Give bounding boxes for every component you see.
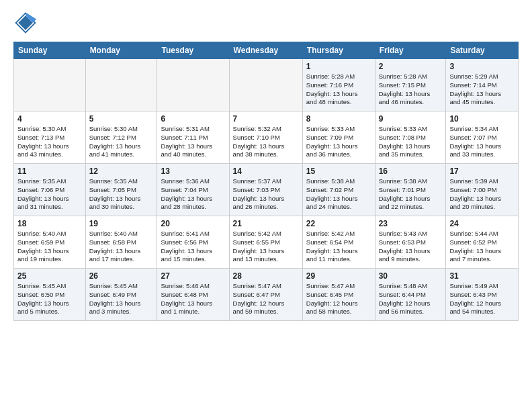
day-info: Sunrise: 5:45 AM Sunset: 6:49 PM Dayligh… [89, 282, 154, 316]
day-number: 20 [161, 219, 225, 228]
day-info: Sunrise: 5:47 AM Sunset: 6:45 PM Dayligh… [306, 282, 371, 316]
day-number: 22 [306, 219, 371, 228]
calendar-cell: 24Sunrise: 5:44 AM Sunset: 6:52 PM Dayli… [446, 216, 519, 269]
calendar-cell: 14Sunrise: 5:37 AM Sunset: 7:03 PM Dayli… [229, 164, 302, 216]
day-info: Sunrise: 5:33 AM Sunset: 7:09 PM Dayligh… [306, 125, 371, 159]
calendar-cell: 29Sunrise: 5:47 AM Sunset: 6:45 PM Dayli… [302, 269, 375, 321]
day-number: 23 [379, 219, 443, 228]
day-info: Sunrise: 5:37 AM Sunset: 7:03 PM Dayligh… [233, 177, 299, 212]
day-info: Sunrise: 5:39 AM Sunset: 7:00 PM Dayligh… [449, 177, 515, 212]
day-info: Sunrise: 5:28 AM Sunset: 7:16 PM Dayligh… [306, 73, 371, 107]
day-number: 10 [449, 114, 515, 124]
day-number: 9 [379, 114, 443, 124]
day-number: 27 [161, 271, 225, 281]
col-header-monday: Monday [85, 42, 157, 59]
col-header-tuesday: Tuesday [157, 42, 229, 59]
calendar-cell: 17Sunrise: 5:39 AM Sunset: 7:00 PM Dayli… [446, 164, 519, 216]
day-number: 17 [449, 167, 515, 176]
day-info: Sunrise: 5:46 AM Sunset: 6:48 PM Dayligh… [161, 282, 225, 316]
day-info: Sunrise: 5:30 AM Sunset: 7:12 PM Dayligh… [89, 125, 154, 159]
calendar-cell: 16Sunrise: 5:38 AM Sunset: 7:01 PM Dayli… [375, 164, 446, 216]
header [13, 11, 519, 35]
calendar-cell: 7Sunrise: 5:32 AM Sunset: 7:10 PM Daylig… [229, 111, 302, 164]
calendar-cell: 12Sunrise: 5:35 AM Sunset: 7:05 PM Dayli… [85, 164, 157, 216]
calendar-cell: 15Sunrise: 5:38 AM Sunset: 7:02 PM Dayli… [302, 164, 375, 216]
day-info: Sunrise: 5:35 AM Sunset: 7:06 PM Dayligh… [17, 177, 82, 212]
day-info: Sunrise: 5:38 AM Sunset: 7:02 PM Dayligh… [306, 177, 371, 212]
day-info: Sunrise: 5:36 AM Sunset: 7:04 PM Dayligh… [161, 177, 225, 212]
calendar-week-row: 1Sunrise: 5:28 AM Sunset: 7:16 PM Daylig… [14, 59, 519, 111]
day-number: 11 [17, 167, 82, 176]
calendar-cell: 20Sunrise: 5:41 AM Sunset: 6:56 PM Dayli… [157, 216, 229, 269]
day-info: Sunrise: 5:41 AM Sunset: 6:56 PM Dayligh… [161, 230, 225, 264]
calendar-cell: 22Sunrise: 5:42 AM Sunset: 6:54 PM Dayli… [302, 216, 375, 269]
calendar-cell: 31Sunrise: 5:49 AM Sunset: 6:43 PM Dayli… [446, 269, 519, 321]
calendar-cell: 19Sunrise: 5:40 AM Sunset: 6:58 PM Dayli… [85, 216, 157, 269]
day-info: Sunrise: 5:32 AM Sunset: 7:10 PM Dayligh… [233, 125, 299, 159]
calendar-cell: 27Sunrise: 5:46 AM Sunset: 6:48 PM Dayli… [157, 269, 229, 321]
calendar-cell: 13Sunrise: 5:36 AM Sunset: 7:04 PM Dayli… [157, 164, 229, 216]
calendar-cell [229, 59, 302, 111]
day-number: 29 [306, 271, 371, 281]
day-number: 13 [161, 167, 225, 176]
day-info: Sunrise: 5:49 AM Sunset: 6:43 PM Dayligh… [449, 282, 515, 316]
calendar-cell: 11Sunrise: 5:35 AM Sunset: 7:06 PM Dayli… [14, 164, 86, 216]
day-info: Sunrise: 5:35 AM Sunset: 7:05 PM Dayligh… [89, 177, 154, 212]
day-info: Sunrise: 5:34 AM Sunset: 7:07 PM Dayligh… [449, 125, 515, 159]
calendar-cell [14, 59, 86, 111]
calendar-cell: 6Sunrise: 5:31 AM Sunset: 7:11 PM Daylig… [157, 111, 229, 164]
calendar-week-row: 4Sunrise: 5:30 AM Sunset: 7:13 PM Daylig… [14, 111, 519, 164]
calendar-table: SundayMondayTuesdayWednesdayThursdayFrid… [13, 42, 519, 321]
day-info: Sunrise: 5:33 AM Sunset: 7:08 PM Dayligh… [379, 125, 443, 159]
calendar-cell: 8Sunrise: 5:33 AM Sunset: 7:09 PM Daylig… [302, 111, 375, 164]
day-number: 4 [17, 114, 82, 124]
col-header-friday: Friday [375, 42, 446, 59]
calendar-header-row: SundayMondayTuesdayWednesdayThursdayFrid… [14, 42, 519, 59]
day-info: Sunrise: 5:31 AM Sunset: 7:11 PM Dayligh… [161, 125, 225, 159]
day-number: 24 [449, 219, 515, 228]
day-info: Sunrise: 5:40 AM Sunset: 6:59 PM Dayligh… [17, 230, 82, 264]
day-info: Sunrise: 5:38 AM Sunset: 7:01 PM Dayligh… [379, 177, 443, 212]
day-number: 7 [233, 114, 299, 124]
day-info: Sunrise: 5:47 AM Sunset: 6:47 PM Dayligh… [233, 282, 299, 316]
day-number: 28 [233, 271, 299, 281]
day-info: Sunrise: 5:45 AM Sunset: 6:50 PM Dayligh… [17, 282, 82, 316]
page: SundayMondayTuesdayWednesdayThursdayFrid… [0, 0, 532, 329]
calendar-week-row: 25Sunrise: 5:45 AM Sunset: 6:50 PM Dayli… [14, 269, 519, 321]
calendar-cell: 25Sunrise: 5:45 AM Sunset: 6:50 PM Dayli… [14, 269, 86, 321]
calendar-cell: 23Sunrise: 5:43 AM Sunset: 6:53 PM Dayli… [375, 216, 446, 269]
day-number: 16 [379, 167, 443, 176]
calendar-cell [157, 59, 229, 111]
day-info: Sunrise: 5:42 AM Sunset: 6:55 PM Dayligh… [233, 230, 299, 264]
day-info: Sunrise: 5:28 AM Sunset: 7:15 PM Dayligh… [379, 73, 443, 107]
day-number: 15 [306, 167, 371, 176]
day-number: 31 [449, 271, 515, 281]
calendar-cell: 9Sunrise: 5:33 AM Sunset: 7:08 PM Daylig… [375, 111, 446, 164]
calendar-cell: 28Sunrise: 5:47 AM Sunset: 6:47 PM Dayli… [229, 269, 302, 321]
calendar-cell [85, 59, 157, 111]
day-number: 30 [379, 271, 443, 281]
day-number: 2 [379, 62, 443, 71]
calendar-cell: 4Sunrise: 5:30 AM Sunset: 7:13 PM Daylig… [14, 111, 86, 164]
day-number: 3 [449, 62, 515, 71]
calendar-cell: 5Sunrise: 5:30 AM Sunset: 7:12 PM Daylig… [85, 111, 157, 164]
col-header-saturday: Saturday [446, 42, 519, 59]
calendar-cell: 26Sunrise: 5:45 AM Sunset: 6:49 PM Dayli… [85, 269, 157, 321]
calendar-cell: 30Sunrise: 5:48 AM Sunset: 6:44 PM Dayli… [375, 269, 446, 321]
calendar-cell: 10Sunrise: 5:34 AM Sunset: 7:07 PM Dayli… [446, 111, 519, 164]
day-number: 1 [306, 62, 371, 71]
logo-icon [13, 11, 38, 35]
calendar-cell: 18Sunrise: 5:40 AM Sunset: 6:59 PM Dayli… [14, 216, 86, 269]
col-header-sunday: Sunday [14, 42, 86, 59]
day-number: 19 [89, 219, 154, 228]
day-info: Sunrise: 5:48 AM Sunset: 6:44 PM Dayligh… [379, 282, 443, 316]
calendar-week-row: 11Sunrise: 5:35 AM Sunset: 7:06 PM Dayli… [14, 164, 519, 216]
calendar-cell: 21Sunrise: 5:42 AM Sunset: 6:55 PM Dayli… [229, 216, 302, 269]
day-number: 12 [89, 167, 154, 176]
day-info: Sunrise: 5:43 AM Sunset: 6:53 PM Dayligh… [379, 230, 443, 264]
day-info: Sunrise: 5:30 AM Sunset: 7:13 PM Dayligh… [17, 125, 82, 159]
col-header-wednesday: Wednesday [229, 42, 302, 59]
calendar-cell: 2Sunrise: 5:28 AM Sunset: 7:15 PM Daylig… [375, 59, 446, 111]
day-number: 18 [17, 219, 82, 228]
day-number: 21 [233, 219, 299, 228]
